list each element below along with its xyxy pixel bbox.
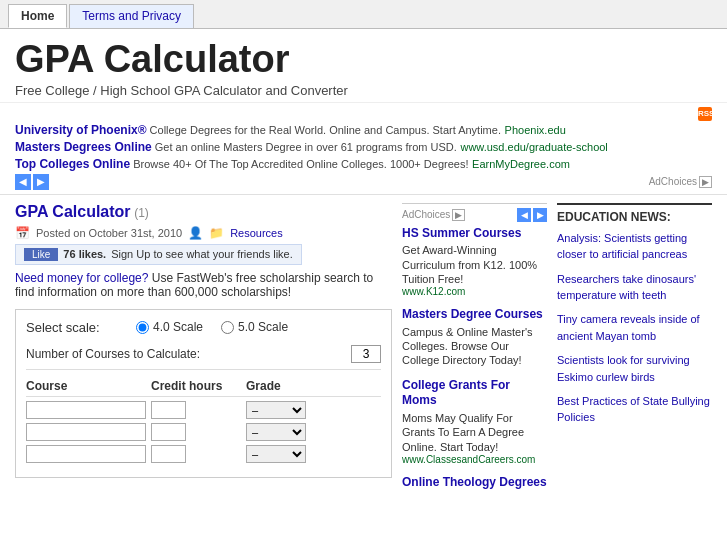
right-ad-choices-row: AdChoices ▶ ◀ ▶	[402, 203, 547, 222]
scale-4-radio[interactable]	[136, 321, 149, 334]
posted-date: Posted on October 31st, 2010	[36, 227, 182, 239]
news-item-2: Researchers take dinosaurs' temperature …	[557, 271, 712, 304]
ad-link-1[interactable]: University of Phoenix®	[15, 123, 147, 137]
person-icon: 👤	[188, 226, 203, 240]
right-ad-item-3: College Grants For Moms Moms May Qualify…	[402, 378, 547, 465]
ad-url-1: Phoenix.edu	[505, 124, 566, 136]
news-sidebar: EDUCATION NEWS: Analysis: Scientists get…	[557, 203, 712, 434]
scale-5-label: 5.0 Scale	[238, 320, 288, 334]
ad-url-3: EarnMyDegree.com	[472, 158, 570, 170]
main-layout: GPA Calculator (1) 📅 Posted on October 3…	[0, 195, 727, 509]
tab-terms[interactable]: Terms and Privacy	[69, 4, 194, 28]
right-ad-url-1: www.K12.com	[402, 286, 547, 297]
like-button[interactable]: Like	[24, 248, 58, 261]
right-ad-link-2[interactable]: Masters Degree Courses	[402, 307, 547, 323]
calendar-icon: 📅	[15, 226, 30, 240]
grade-select-1[interactable]: –AA-B+BB-C+CDF	[246, 401, 306, 419]
news-item-4: Scientists look for surviving Eskimo cur…	[557, 352, 712, 385]
right-ad-nav: ◀ ▶	[517, 208, 547, 222]
scale-4-option[interactable]: 4.0 Scale	[136, 320, 203, 334]
right-ad-desc-2: Campus & Online Master's Colleges. Brows…	[402, 325, 547, 368]
site-subtitle: Free College / High School GPA Calculato…	[15, 83, 712, 98]
site-title: GPA Calculator	[15, 39, 712, 81]
tab-home[interactable]: Home	[8, 4, 67, 28]
grade-select-2[interactable]: –AA-B+BB-C+CDF	[246, 423, 306, 441]
course-input-2[interactable]	[26, 423, 146, 441]
right-ad-sidebar: AdChoices ▶ ◀ ▶ HS Summer Courses Get Aw…	[402, 203, 547, 501]
news-item-5: Best Practices of State Bullying Policie…	[557, 393, 712, 426]
scale-row: Select scale: 4.0 Scale 5.0 Scale	[26, 320, 381, 335]
news-link-2[interactable]: Researchers take dinosaurs' temperature …	[557, 273, 696, 301]
course-row-3: –AA-B+BB-C+CDF	[26, 445, 381, 463]
top-ad-rss: RSS	[15, 107, 712, 121]
scholarship-section: Need money for college? Use FastWeb's fr…	[15, 271, 392, 299]
news-link-4[interactable]: Scientists look for surviving Eskimo cur…	[557, 354, 690, 382]
credit-input-3[interactable]	[151, 445, 186, 463]
num-courses-row: Number of Courses to Calculate:	[26, 345, 381, 370]
ad-item-3: Top Colleges Online Browse 40+ Of The To…	[15, 156, 712, 171]
like-count: 76 likes.	[63, 248, 106, 260]
news-link-1[interactable]: Analysis: Scientists getting closer to a…	[557, 232, 687, 260]
right-ad-desc-1: Get Award-Winning Curriculum from K12. 1…	[402, 243, 547, 286]
right-ad-url-3: www.ClassesandCareers.com	[402, 454, 547, 465]
right-ad-link-1[interactable]: HS Summer Courses	[402, 226, 547, 242]
article-title[interactable]: GPA Calculator	[15, 203, 131, 220]
right-ad-desc-3: Moms May Qualify For Grants To Earn A De…	[402, 411, 547, 454]
article-meta: 📅 Posted on October 31st, 2010 👤 📁 Resou…	[15, 226, 392, 240]
site-header: GPA Calculator Free College / High Schoo…	[0, 29, 727, 103]
ad-link-2[interactable]: Masters Degrees Online	[15, 140, 152, 154]
ad-next-button[interactable]: ▶	[33, 174, 49, 190]
credit-input-2[interactable]	[151, 423, 186, 441]
article-count: (1)	[134, 206, 149, 220]
resources-link[interactable]: Resources	[230, 227, 283, 239]
news-title: EDUCATION NEWS:	[557, 210, 712, 224]
right-ad-prev-button[interactable]: ◀	[517, 208, 531, 222]
col-course: Course	[26, 379, 146, 393]
ad-prev-button[interactable]: ◀	[15, 174, 31, 190]
news-item-1: Analysis: Scientists getting closer to a…	[557, 230, 712, 263]
grade-select-3[interactable]: –AA-B+BB-C+CDF	[246, 445, 306, 463]
right-ad-link-4[interactable]: Online Theology Degrees	[402, 475, 547, 491]
credit-input-1[interactable]	[151, 401, 186, 419]
like-cta: Sign Up to see what your friends like.	[111, 248, 293, 260]
news-item-3: Tiny camera reveals inside of ancient Ma…	[557, 311, 712, 344]
scale-5-radio[interactable]	[221, 321, 234, 334]
right-ad-item-4: Online Theology Degrees	[402, 475, 547, 491]
table-header: Course Credit hours Grade	[26, 376, 381, 397]
adchoices-label: AdChoices ▶	[649, 176, 712, 188]
right-ad-item-1: HS Summer Courses Get Award-Winning Curr…	[402, 226, 547, 297]
num-courses-input[interactable]	[351, 345, 381, 363]
scholarship-link[interactable]: Need money for college?	[15, 271, 148, 285]
right-adchoices-label: AdChoices ▶	[402, 209, 465, 221]
ad-desc-2: Get an online Masters Degree in over 61 …	[152, 141, 457, 153]
scale-5-option[interactable]: 5.0 Scale	[221, 320, 288, 334]
scale-4-label: 4.0 Scale	[153, 320, 203, 334]
right-ad-link-3[interactable]: College Grants For Moms	[402, 378, 547, 409]
scale-label: Select scale:	[26, 320, 121, 335]
right-ad-item-2: Masters Degree Courses Campus & Online M…	[402, 307, 547, 367]
col-credit: Credit hours	[151, 379, 241, 393]
nav-tabs: Home Terms and Privacy	[0, 0, 727, 29]
calculator-box: Select scale: 4.0 Scale 5.0 Scale Number…	[15, 309, 392, 478]
ad-url-2: www.usd.edu/graduate-school	[460, 141, 607, 153]
ad-nav-buttons: ◀ ▶	[15, 174, 49, 190]
like-bar: Like 76 likes. Sign Up to see what your …	[15, 244, 302, 265]
ad-bar: RSS University of Phoenix® College Degre…	[0, 103, 727, 195]
num-courses-label: Number of Courses to Calculate:	[26, 347, 200, 361]
right-ad-next-button[interactable]: ▶	[533, 208, 547, 222]
course-row-1: –AA-B+BB-C+CDF	[26, 401, 381, 419]
scale-options: 4.0 Scale 5.0 Scale	[136, 320, 288, 334]
news-link-3[interactable]: Tiny camera reveals inside of ancient Ma…	[557, 313, 700, 341]
article-header: GPA Calculator (1)	[15, 203, 392, 221]
main-content: GPA Calculator (1) 📅 Posted on October 3…	[15, 203, 392, 478]
course-input-3[interactable]	[26, 445, 146, 463]
news-link-5[interactable]: Best Practices of State Bullying Policie…	[557, 395, 710, 423]
col-grade: Grade	[246, 379, 326, 393]
rss-icon: RSS	[698, 107, 712, 121]
ad-link-3[interactable]: Top Colleges Online	[15, 157, 130, 171]
ad-choices-row: ◀ ▶ AdChoices ▶	[15, 174, 712, 190]
course-input-1[interactable]	[26, 401, 146, 419]
course-row-2: –AA-B+BB-C+CDF	[26, 423, 381, 441]
ad-desc-3: Browse 40+ Of The Top Accredited Online …	[130, 158, 468, 170]
folder-icon: 📁	[209, 226, 224, 240]
